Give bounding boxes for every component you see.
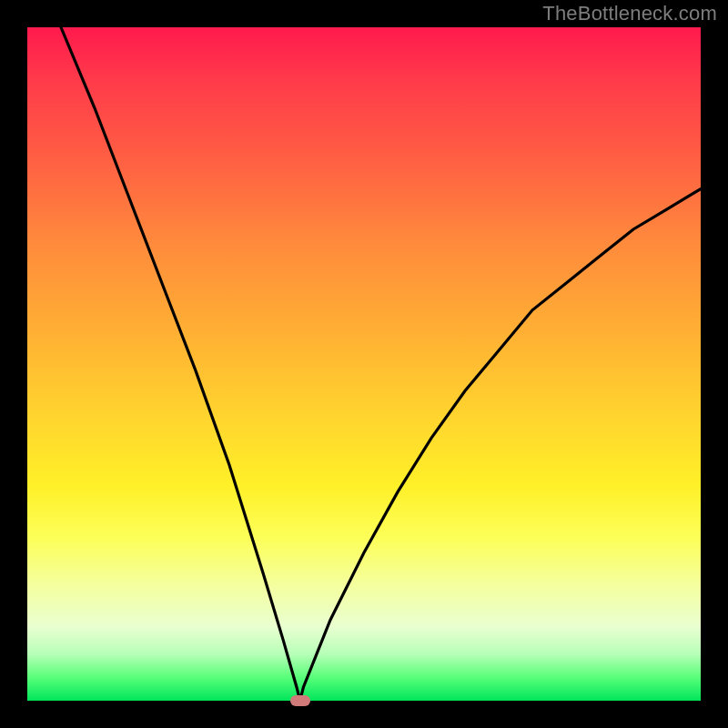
plot-area — [27, 27, 701, 701]
curve-path — [27, 27, 701, 701]
bottleneck-curve — [27, 27, 701, 701]
watermark-text: TheBottleneck.com — [542, 2, 717, 25]
chart-frame: TheBottleneck.com — [0, 0, 728, 728]
minimum-marker — [290, 695, 310, 706]
